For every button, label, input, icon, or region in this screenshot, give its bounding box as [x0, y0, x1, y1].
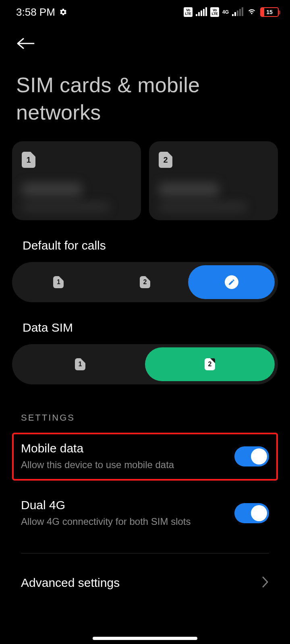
- sim-2-info-redacted: [149, 176, 278, 220]
- wifi-icon: [246, 6, 257, 19]
- default-for-calls-label: Default for calls: [0, 220, 290, 258]
- sim-icon-2: 2: [205, 358, 215, 370]
- gesture-bar[interactable]: [93, 637, 197, 640]
- volte-icon-sim1: Vo LTE: [184, 7, 193, 17]
- advanced-settings-title: Advanced settings: [21, 576, 120, 590]
- calls-option-ask[interactable]: [188, 265, 275, 299]
- settings-section-heading: SETTINGS: [0, 384, 290, 427]
- ask-every-time-icon: [225, 275, 238, 289]
- sim-2-badge-icon: 2: [159, 152, 172, 168]
- sim-icon-1: 1: [75, 358, 85, 370]
- battery-icon: 15: [260, 7, 279, 17]
- dual-4g-row[interactable]: Dual 4G Allow 4G connectivity for both S…: [0, 488, 290, 539]
- back-button[interactable]: [16, 31, 40, 56]
- calls-option-sim1[interactable]: 1: [15, 265, 102, 299]
- default-for-calls-selector: 1 2: [12, 262, 278, 302]
- data-sim-option-2[interactable]: 2: [145, 347, 275, 381]
- network-4g-label: 4G: [222, 10, 229, 14]
- sim-1-info-redacted: [12, 176, 141, 220]
- sim-icon-2: 2: [140, 276, 150, 288]
- advanced-settings-row[interactable]: Advanced settings: [0, 553, 290, 590]
- sim-card-1-tile[interactable]: 1: [12, 141, 141, 220]
- dual-4g-toggle[interactable]: [234, 503, 269, 523]
- sim-icon-1: 1: [53, 276, 64, 288]
- page-title: SIM cards & mobile networks: [16, 56, 274, 137]
- signal-sim1-icon: [196, 8, 207, 16]
- mobile-data-subtitle: Allow this device to use mobile data: [21, 458, 222, 471]
- signal-sim2-icon: [232, 8, 243, 16]
- highlighted-mobile-data-row: Mobile data Allow this device to use mob…: [14, 434, 276, 479]
- status-bar: 3:58 PM Vo LTE Vo LTE 4G 15: [0, 0, 290, 24]
- data-sim-option-1[interactable]: 1: [15, 347, 145, 381]
- mobile-data-title: Mobile data: [21, 442, 222, 455]
- mobile-data-toggle[interactable]: [234, 446, 269, 466]
- status-time: 3:58 PM: [16, 6, 55, 19]
- chevron-right-icon: [262, 576, 269, 590]
- data-sim-label: Data SIM: [0, 302, 290, 340]
- calls-option-sim2[interactable]: 2: [102, 265, 188, 299]
- dual-4g-title: Dual 4G: [21, 498, 222, 512]
- dual-4g-subtitle: Allow 4G connectivity for both SIM slots: [21, 515, 222, 528]
- battery-percentage: 15: [261, 8, 278, 16]
- volte-icon-sim2: Vo LTE: [210, 7, 219, 17]
- data-sim-selector: 1 2: [12, 344, 278, 384]
- mobile-data-row[interactable]: Mobile data Allow this device to use mob…: [21, 442, 269, 471]
- settings-status-icon: [59, 8, 67, 16]
- sim-1-badge-icon: 1: [22, 152, 35, 168]
- sim-card-2-tile[interactable]: 2: [149, 141, 278, 220]
